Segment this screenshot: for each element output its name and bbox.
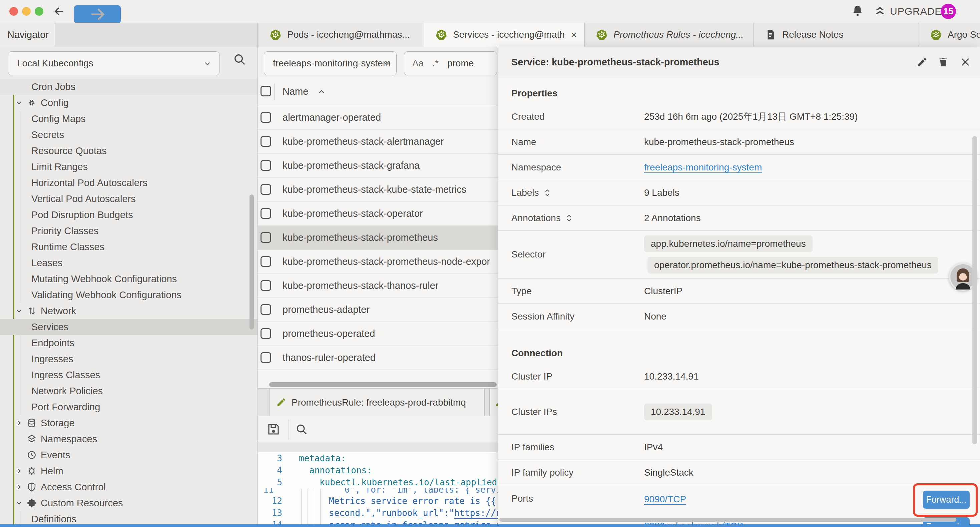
sidebar-item[interactable]: Validating Webhook Configurations: [0, 287, 258, 303]
sidebar-item[interactable]: Limit Ranges: [0, 159, 258, 175]
sidebar-item[interactable]: Access Control: [0, 479, 258, 495]
sidebar-item[interactable]: Config: [0, 95, 258, 111]
sidebar-item[interactable]: Config Maps: [0, 111, 258, 127]
notifications-bell-icon[interactable]: [851, 5, 864, 18]
sidebar-item[interactable]: Leases: [0, 255, 258, 271]
app-tab[interactable]: Release Notes: [754, 23, 919, 47]
editor-tab-partial[interactable]: [489, 388, 498, 416]
namespace-selector[interactable]: freeleaps-monitoring-system: [264, 51, 396, 75]
forward-port-button[interactable]: Forward...: [923, 490, 970, 509]
sidebar-item[interactable]: Cron Jobs: [0, 79, 258, 95]
sidebar-item[interactable]: Services: [0, 319, 258, 335]
sidebar-item[interactable]: Namespaces: [0, 431, 258, 447]
close-tab-icon[interactable]: ×: [571, 29, 577, 41]
close-icon[interactable]: [960, 56, 971, 68]
sidebar-item[interactable]: Runtime Classes: [0, 239, 258, 255]
app-tab[interactable]: Prometheus Rules - icecheng...: [585, 23, 754, 47]
table-horizontal-scrollbar[interactable]: [269, 382, 497, 387]
sidebar-item[interactable]: Pod Disruption Budgets: [0, 207, 258, 223]
sidebar-item[interactable]: Network Policies: [0, 383, 258, 399]
sidebar-item[interactable]: Ingress Classes: [0, 367, 258, 383]
window-close-button[interactable]: [10, 7, 18, 16]
row-checkbox[interactable]: [261, 304, 271, 315]
chevron-right-icon[interactable]: [15, 482, 23, 491]
app-tab[interactable]: Pods - icecheng@mathmas...: [259, 23, 424, 47]
regex-toggle[interactable]: .*: [432, 58, 439, 69]
table-row[interactable]: thanos-ruler-operated: [258, 346, 498, 370]
tab-navigator[interactable]: Navigator: [0, 23, 55, 47]
table-row[interactable]: kube-prometheus-stack-grafana: [258, 154, 498, 178]
sort-ascending-icon[interactable]: [317, 88, 326, 96]
sidebar-item[interactable]: Mutating Webhook Configurations: [0, 271, 258, 287]
sidebar-item[interactable]: Port Forwarding: [0, 399, 258, 415]
row-checkbox[interactable]: [261, 328, 271, 339]
app-tab[interactable]: Services - icecheng@math... ×: [424, 23, 585, 47]
window-maximize-button[interactable]: [35, 7, 43, 16]
row-checkbox[interactable]: [261, 112, 271, 123]
sidebar-item-label: Network: [41, 303, 76, 319]
table-row[interactable]: kube-prometheus-stack-alertmanager: [258, 130, 498, 154]
table-row[interactable]: kube-prometheus-stack-prometheus: [258, 226, 498, 250]
row-checkbox[interactable]: [261, 280, 271, 291]
detail-horizontal-scrollbar[interactable]: [500, 517, 956, 522]
search-icon[interactable]: [295, 423, 308, 436]
property-link[interactable]: freeleaps-monitoring-system: [644, 162, 762, 173]
table-row[interactable]: kube-prometheus-stack-thanos-ruler: [258, 274, 498, 298]
match-case-toggle[interactable]: Aa: [412, 58, 424, 69]
updown-icon[interactable]: [543, 188, 552, 197]
row-checkbox[interactable]: [261, 208, 271, 219]
table-row[interactable]: kube-prometheus-stack-kube-state-metrics: [258, 178, 498, 202]
row-checkbox[interactable]: [261, 256, 271, 267]
upgrade-button[interactable]: UPGRADE: [890, 0, 942, 23]
sidebar-item[interactable]: Storage: [0, 415, 258, 431]
chevron-down-icon[interactable]: [15, 99, 23, 107]
row-checkbox[interactable]: [261, 136, 271, 147]
row-checkbox[interactable]: [261, 352, 271, 363]
editor-tab[interactable]: PrometheusRule: freeleaps-prod-rabbitmq: [269, 388, 485, 416]
delete-icon[interactable]: [938, 56, 949, 68]
filter-input[interactable]: Aa .* prome: [404, 51, 497, 75]
table-row[interactable]: kube-prometheus-stack-prometheus-node-ex…: [258, 250, 498, 274]
save-icon[interactable]: [267, 422, 280, 436]
chevron-down-icon[interactable]: [15, 498, 23, 507]
sidebar-item[interactable]: Priority Classes: [0, 223, 258, 239]
back-arrow-icon[interactable]: [53, 5, 65, 18]
detail-vertical-scrollbar[interactable]: [972, 136, 977, 444]
app-tab[interactable]: Argo Se: [919, 23, 980, 47]
upgrade-icon[interactable]: [874, 5, 886, 18]
edit-icon[interactable]: [916, 56, 928, 68]
port-link[interactable]: 9090/TCP: [644, 494, 686, 505]
updown-icon[interactable]: [565, 214, 573, 223]
sidebar-item[interactable]: Network: [0, 303, 258, 319]
kubeconfig-selector[interactable]: Local Kubeconfigs: [8, 51, 220, 75]
sidebar-item[interactable]: Endpoints: [0, 335, 258, 351]
sidebar-item[interactable]: Vertical Pod Autoscalers: [0, 191, 258, 207]
sidebar-item[interactable]: Custom Resources: [0, 495, 258, 511]
chevron-right-icon[interactable]: [15, 466, 23, 475]
notification-count-badge[interactable]: 15: [941, 4, 956, 19]
chevron-right-icon[interactable]: [15, 419, 23, 427]
sidebar-item[interactable]: Resource Quotas: [0, 143, 258, 159]
yaml-editor[interactable]: 3 metadata: 4 annotations: 5 kubectl.kub…: [258, 452, 498, 525]
row-checkbox[interactable]: [261, 184, 271, 195]
app-tabs: Pods - icecheng@mathmas... Services - ic…: [259, 23, 980, 47]
sidebar-item[interactable]: Events: [0, 447, 258, 463]
sidebar-scrollbar[interactable]: [250, 194, 254, 330]
row-checkbox[interactable]: [261, 232, 271, 243]
table-row[interactable]: prometheus-operated: [258, 322, 498, 346]
sidebar-item[interactable]: Helm: [0, 463, 258, 479]
window-minimize-button[interactable]: [22, 7, 31, 16]
table-row[interactable]: prometheus-adapter: [258, 298, 498, 322]
sidebar-item[interactable]: Horizontal Pod Autoscalers: [0, 175, 258, 191]
row-checkbox[interactable]: [261, 160, 271, 171]
table-row[interactable]: alertmanager-operated: [258, 106, 498, 130]
table-row[interactable]: kube-prometheus-stack-operator: [258, 202, 498, 226]
chevron-down-icon[interactable]: [15, 307, 23, 315]
sidebar-item[interactable]: Ingresses: [0, 351, 258, 367]
select-all-checkbox[interactable]: [261, 86, 271, 96]
code-link[interactable]: https://net: [454, 508, 498, 518]
search-icon[interactable]: [233, 53, 246, 66]
forward-arrow-icon[interactable]: [74, 5, 121, 23]
name-column-header[interactable]: Name: [283, 77, 308, 106]
sidebar-item[interactable]: Secrets: [0, 127, 258, 143]
